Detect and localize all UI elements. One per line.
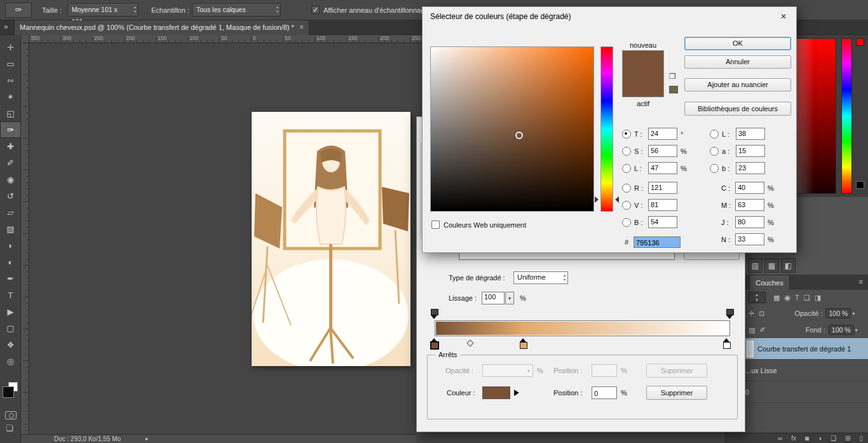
adjustment-layer-icon[interactable]: ◑: [818, 435, 822, 442]
zoom-tool-icon[interactable]: ◎: [0, 353, 21, 369]
color-field-marker[interactable]: [515, 132, 523, 139]
hue-slider[interactable]: [600, 46, 613, 212]
hue-slider-arrow-icon[interactable]: [615, 196, 619, 203]
dropdown-arrow-icon[interactable]: ▾: [852, 311, 855, 317]
add-to-swatches-button[interactable]: Ajouter au nuancier: [684, 78, 791, 92]
screen-mode-icon[interactable]: ❏: [6, 423, 13, 433]
lock-image-icon[interactable]: ✐: [759, 326, 765, 334]
color-libraries-button[interactable]: Bibliothèques de couleurs: [684, 102, 791, 116]
foreground-swatch[interactable]: [856, 38, 864, 46]
value-field[interactable]: 40: [735, 182, 764, 194]
value-field[interactable]: 24: [648, 128, 677, 140]
gamut-warning-icon[interactable]: ❒: [669, 72, 676, 81]
toolbox-collapse-icon[interactable]: »: [4, 22, 8, 31]
web-colors-checkbox[interactable]: [431, 221, 440, 229]
stop-color-swatch[interactable]: [482, 386, 510, 399]
value-field[interactable]: 54: [648, 216, 677, 228]
mode-radio[interactable]: [710, 164, 719, 173]
opacity-stop[interactable]: [431, 309, 438, 319]
tab-couches[interactable]: Couches: [749, 275, 790, 290]
smart-object-filter-icon[interactable]: ◨: [815, 294, 821, 302]
lock-transparency-icon[interactable]: ▨: [749, 326, 755, 334]
gradient-preview-bar[interactable]: [436, 322, 729, 335]
panel-menu-icon[interactable]: ≡: [859, 278, 863, 285]
trash-icon[interactable]: ▯: [859, 435, 863, 442]
group-icon[interactable]: ❑: [831, 435, 836, 442]
gradient-type-dropdown[interactable]: Uniforme ▴▾: [513, 271, 568, 284]
history-brush-tool-icon[interactable]: ↺: [0, 187, 21, 204]
value-field[interactable]: 15: [736, 145, 765, 157]
opacity-stop[interactable]: [726, 309, 734, 319]
lock-all-icon[interactable]: ⊡: [759, 310, 764, 318]
type-filter-icon[interactable]: T: [795, 294, 799, 301]
blur-tool-icon[interactable]: ◗: [0, 237, 21, 254]
opacity-value[interactable]: 100 %: [825, 308, 851, 318]
shape-filter-icon[interactable]: ❑: [804, 294, 810, 302]
opacity-stop-track[interactable]: [435, 309, 730, 319]
layer-row[interactable]: ...ux Lisse: [745, 360, 868, 381]
value-field[interactable]: 33: [735, 233, 764, 245]
foreground-color-swatch[interactable]: [3, 386, 14, 398]
stop-color-arrow-icon[interactable]: [514, 390, 519, 396]
web-safe-swatch[interactable]: [669, 86, 678, 93]
crop-tool-icon[interactable]: ◱: [0, 105, 21, 121]
marquee-tool-icon[interactable]: ▭: [0, 55, 21, 72]
brush-tool-icon[interactable]: ✐: [0, 154, 21, 171]
type-tool-icon[interactable]: T: [0, 287, 21, 303]
gradient-tool-icon[interactable]: ▧: [0, 221, 21, 237]
dodge-tool-icon[interactable]: ◐: [0, 254, 21, 270]
value-field[interactable]: 47: [648, 162, 677, 174]
mode-radio[interactable]: [622, 164, 631, 173]
hand-tool-icon[interactable]: ❖: [0, 336, 21, 353]
new-layer-icon[interactable]: ⊞: [845, 435, 850, 442]
saturation-brightness-field[interactable]: [430, 46, 594, 212]
mode-radio[interactable]: [622, 184, 631, 193]
quick-selection-tool-icon[interactable]: ✴: [0, 88, 21, 105]
mode-radio[interactable]: [622, 201, 631, 210]
stop-position-field[interactable]: 0: [592, 386, 617, 399]
lasso-tool-icon[interactable]: ∾: [0, 72, 21, 88]
layer-mask-icon[interactable]: ◙: [805, 435, 809, 442]
layer-mask-thumbnail[interactable]: [747, 341, 754, 357]
value-field[interactable]: 121: [648, 182, 677, 194]
delete-color-stop-button[interactable]: Supprimer: [646, 386, 707, 400]
eraser-tool-icon[interactable]: ▱: [0, 204, 21, 221]
dropdown-arrow-icon[interactable]: ▾: [855, 327, 858, 333]
mode-radio[interactable]: [622, 130, 631, 139]
pixel-layer-filter-icon[interactable]: ▦: [773, 294, 780, 302]
pen-tool-icon[interactable]: ✒: [0, 270, 21, 287]
ok-button[interactable]: OK: [684, 37, 791, 50]
pattern-preset-icon[interactable]: ▦: [764, 258, 779, 273]
clone-stamp-tool-icon[interactable]: ◉: [0, 171, 21, 187]
active-tool-button[interactable]: ✑: [5, 3, 32, 18]
color-panel-field[interactable]: [796, 38, 836, 194]
hex-field[interactable]: 795136: [634, 236, 681, 248]
mask-preset-icon[interactable]: ◧: [781, 258, 796, 273]
healing-brush-tool-icon[interactable]: ✚: [0, 138, 21, 154]
value-field[interactable]: 63: [735, 199, 764, 211]
gradient-preset-icon[interactable]: ▧: [748, 258, 763, 273]
mode-radio[interactable]: [622, 218, 631, 227]
filter-dropdown[interactable]: ▴▾: [748, 292, 766, 303]
ring-checkbox[interactable]: ✓: [311, 6, 320, 14]
fond-value[interactable]: 100 %: [829, 325, 854, 335]
gradient-midpoint[interactable]: [466, 339, 473, 346]
mode-radio[interactable]: [710, 130, 719, 139]
echantillon-dropdown[interactable]: Tous les calques ▴▾: [192, 3, 281, 17]
path-selection-tool-icon[interactable]: ▶: [0, 303, 21, 320]
lock-position-icon[interactable]: ✛: [749, 310, 754, 318]
mode-radio[interactable]: [710, 147, 719, 156]
layer-row[interactable]: Courbe transfert de dégradé 1: [745, 338, 868, 360]
hue-slider-arrow-icon[interactable]: [595, 196, 599, 203]
lissage-dropdown-arrow-icon[interactable]: ▾: [505, 292, 514, 304]
fx-icon[interactable]: fx: [791, 435, 796, 442]
cancel-button[interactable]: Annuler: [684, 55, 791, 69]
status-popup-arrow-icon[interactable]: ▸: [146, 435, 149, 442]
value-field[interactable]: 56: [648, 145, 677, 157]
quick-mask-icon[interactable]: [5, 411, 17, 419]
layer-row[interactable]: 0: [745, 381, 868, 403]
vertical-ruler[interactable]: [21, 43, 29, 434]
value-field[interactable]: 81: [648, 199, 677, 211]
taille-dropdown[interactable]: Moyenne 101 x 101 ▴▾: [67, 3, 139, 17]
document-tab[interactable]: Mannequin cheveux.psd @ 100% (Courbe tra…: [14, 20, 309, 35]
